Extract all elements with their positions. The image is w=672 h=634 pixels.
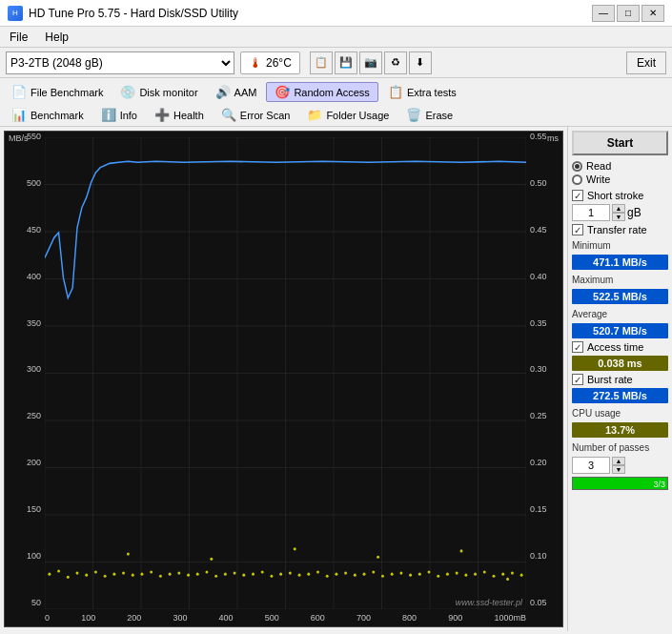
stat-minimum-value: 471.1 MB/s <box>572 255 668 270</box>
toolbar-icon-3[interactable]: 📷 <box>359 51 382 74</box>
svg-point-76 <box>294 547 296 550</box>
tab-aam[interactable]: 🔊 AAM <box>208 82 265 102</box>
stat-minimum-label: Minimum <box>572 238 668 252</box>
passes-spin: ▲ ▼ <box>572 457 668 474</box>
x-label-0: 0 <box>45 613 50 623</box>
title-bar: H HD Tune Pro 5.75 - Hard Disk/SSD Utili… <box>0 0 672 27</box>
svg-point-73 <box>520 574 523 577</box>
svg-point-44 <box>252 573 255 576</box>
svg-point-70 <box>493 575 496 578</box>
svg-point-37 <box>187 574 190 577</box>
svg-point-50 <box>307 573 310 576</box>
transfer-rate-label: Transfer rate <box>587 224 647 235</box>
tab-error-scan[interactable]: 🔍 Error Scan <box>214 106 298 124</box>
y-axis-left: 550 500 450 400 350 300 250 200 150 100 … <box>5 132 45 607</box>
error-scan-icon: 🔍 <box>221 108 236 122</box>
short-stroke-down[interactable]: ▼ <box>612 213 625 221</box>
toolbar: P3-2TB (2048 gB) 🌡 26°C 📋 💾 📷 ♻ ⬇ Exit <box>0 48 672 78</box>
svg-point-74 <box>127 552 130 555</box>
tab-random-access[interactable]: 🎯 Random Access <box>266 82 377 102</box>
svg-point-29 <box>112 573 115 576</box>
svg-point-58 <box>381 575 384 578</box>
tab-benchmark[interactable]: 📊 Benchmark <box>4 106 92 124</box>
radio-read[interactable]: Read <box>572 160 668 172</box>
tab-info[interactable]: ℹ️ Info <box>93 106 145 124</box>
health-icon: ➕ <box>154 108 170 122</box>
access-time-label: Access time <box>587 341 643 353</box>
svg-point-31 <box>132 574 134 577</box>
y-right-label-0: 0.55 <box>530 132 547 141</box>
svg-point-71 <box>501 573 504 576</box>
svg-point-40 <box>214 575 217 578</box>
x-label-700: 700 <box>356 613 371 623</box>
y-right-label-6: 0.25 <box>530 411 547 420</box>
transfer-rate-checkbox[interactable]: ✓ Transfer rate <box>572 224 668 235</box>
x-label-800: 800 <box>402 613 417 623</box>
y-right-label-9: 0.10 <box>530 551 547 561</box>
tab-erase[interactable]: 🗑️ Erase <box>398 106 460 124</box>
svg-point-51 <box>316 570 319 573</box>
minimize-button[interactable]: — <box>592 5 615 22</box>
y-label-250: 250 <box>27 411 41 420</box>
y-right-label-7: 0.20 <box>530 458 547 467</box>
y-right-label-8: 0.15 <box>530 504 547 514</box>
y-right-label-5: 0.30 <box>530 364 547 374</box>
erase-icon: 🗑️ <box>406 108 421 122</box>
svg-point-55 <box>354 574 356 577</box>
toolbar-icon-1[interactable]: 📋 <box>310 51 333 74</box>
burst-rate-checkbox[interactable]: ✓ Burst rate <box>572 374 668 385</box>
progress-bar: 3/3 <box>572 477 668 490</box>
y-label-100: 100 <box>27 551 41 561</box>
radio-write-circle <box>572 174 582 185</box>
svg-point-53 <box>335 573 337 576</box>
close-button[interactable]: ✕ <box>641 5 664 22</box>
stat-maximum-value: 522.5 MB/s <box>572 289 668 304</box>
svg-point-72 <box>511 572 514 575</box>
tab-folder-usage[interactable]: 📁 Folder Usage <box>299 106 397 124</box>
passes-up[interactable]: ▲ <box>612 457 625 465</box>
short-stroke-input[interactable] <box>572 204 610 221</box>
x-label-900: 900 <box>448 613 462 623</box>
app-title: HD Tune Pro 5.75 - Hard Disk/SSD Utility <box>29 7 238 20</box>
disk-select[interactable]: P3-2TB (2048 gB) <box>6 51 234 74</box>
transfer-rate-check-box: ✓ <box>572 224 583 235</box>
tab-health[interactable]: ➕ Health <box>147 106 212 124</box>
toolbar-icon-5[interactable]: ⬇ <box>409 51 432 74</box>
menu-help[interactable]: Help <box>41 30 72 45</box>
menu-file[interactable]: File <box>6 30 31 45</box>
x-label-400: 400 <box>219 613 234 623</box>
start-button[interactable]: Start <box>572 131 668 155</box>
y-label-450: 450 <box>27 225 41 235</box>
tab-disk-monitor[interactable]: 💿 Disk monitor <box>112 82 205 102</box>
temperature-value: 26°C <box>266 56 292 70</box>
tab-extra-tests[interactable]: 📋 Extra tests <box>380 82 464 102</box>
svg-point-62 <box>418 573 421 576</box>
progress-text: 3/3 <box>653 478 665 491</box>
passes-input[interactable] <box>572 457 610 474</box>
short-stroke-up[interactable]: ▲ <box>612 204 625 213</box>
tab-file-benchmark[interactable]: 📄 File Benchmark <box>4 82 111 102</box>
access-time-checkbox[interactable]: ✓ Access time <box>572 341 668 353</box>
access-time-check-box: ✓ <box>572 341 583 353</box>
radio-write[interactable]: Write <box>572 174 668 185</box>
toolbar-icon-2[interactable]: 💾 <box>335 51 357 74</box>
y-label-350: 350 <box>27 318 41 328</box>
folder-usage-icon: 📁 <box>307 108 322 122</box>
temperature-display: 🌡 26°C <box>240 51 300 74</box>
exit-button[interactable]: Exit <box>626 51 666 74</box>
svg-point-41 <box>224 573 227 576</box>
stat-average-value: 520.7 MB/s <box>572 323 668 338</box>
maximize-button[interactable]: □ <box>617 5 640 22</box>
svg-point-25 <box>76 572 79 575</box>
svg-point-77 <box>377 556 379 559</box>
svg-point-56 <box>363 573 366 576</box>
y-right-label-3: 0.40 <box>530 272 547 281</box>
passes-label: Number of passes <box>572 440 668 454</box>
burst-rate-value: 272.5 MB/s <box>572 388 668 403</box>
disk-monitor-icon: 💿 <box>120 85 135 99</box>
short-stroke-label: Short stroke <box>587 190 643 201</box>
toolbar-icon-4[interactable]: ♻ <box>384 51 407 74</box>
passes-down[interactable]: ▼ <box>612 465 625 474</box>
short-stroke-checkbox[interactable]: ✓ Short stroke <box>572 190 668 201</box>
svg-point-75 <box>210 558 213 561</box>
